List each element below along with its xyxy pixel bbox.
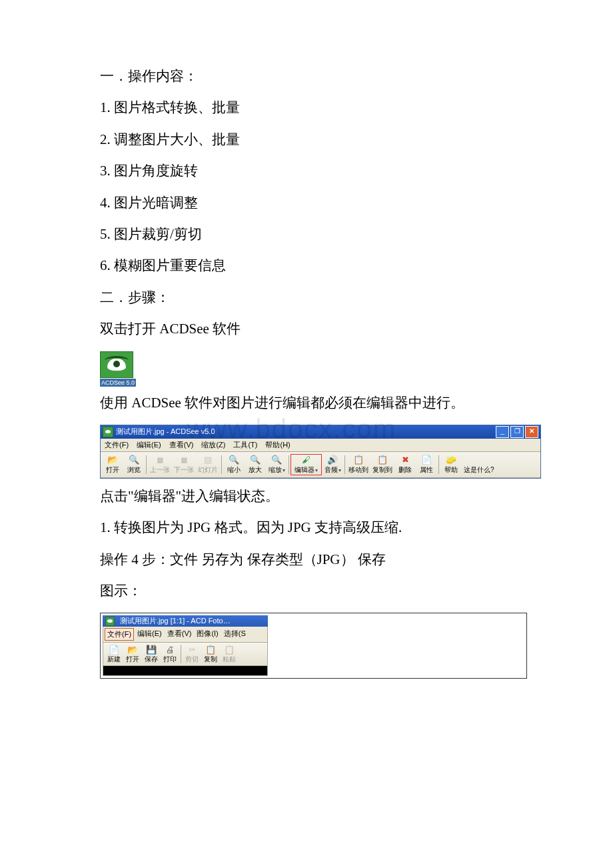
step-convert-jpg: 1. 转换图片为 JPG 格式。因为 JPG 支持高级压缩. xyxy=(100,518,523,537)
zoom-button[interactable]: 🔍缩放▾ xyxy=(266,455,287,475)
toolbar-separator xyxy=(438,455,439,474)
open-button-icon: 📂 xyxy=(127,644,138,655)
menu-item[interactable]: 编辑(E) xyxy=(135,440,163,450)
toolbar-label: 浏览 xyxy=(127,465,141,475)
prev-button-icon: ◼ xyxy=(155,455,165,465)
move-to-button[interactable]: 📋移动到 xyxy=(346,455,370,475)
document-page: 一．操作内容： 1. 图片格式转换、批量 2. 调整图片大小、批量 3. 图片角… xyxy=(0,0,613,725)
list-item-1: 1. 图片格式转换、批量 xyxy=(100,98,523,117)
step-editor-text: 使用 ACDSee 软件对图片进行编辑都必须在编辑器中进行。 xyxy=(100,393,523,413)
browse-button[interactable]: 🔍浏览 xyxy=(123,455,145,475)
print-button[interactable]: 🖨打印 xyxy=(161,644,179,664)
audio-button-icon: 🔊 xyxy=(327,455,338,465)
next-button: ◼下一张 xyxy=(172,455,196,475)
copy-button[interactable]: 📋复制 xyxy=(201,644,220,664)
editor-titlebar: 测试用图片.jpg [1:1] - ACD Foto… xyxy=(103,615,268,627)
viewer-title: 测试用图片.jpg - ACDSee v5.0 xyxy=(116,427,496,437)
zoom-out-button[interactable]: 🔍缩小 xyxy=(223,455,245,475)
audio-button[interactable]: 🔊音频▾ xyxy=(322,455,343,475)
toolbar-label: 放大 xyxy=(249,465,262,475)
toolbar-separator xyxy=(344,455,345,474)
toolbar-label: 幻灯片 xyxy=(198,465,218,475)
menu-item[interactable]: 工具(T) xyxy=(232,440,259,450)
move-to-button-icon: 📋 xyxy=(353,455,364,465)
menu-item[interactable]: 选择(S xyxy=(222,628,248,641)
new-button[interactable]: 📄新建 xyxy=(105,644,123,664)
save-button-icon: 💾 xyxy=(146,644,157,655)
copy-button-icon: 📋 xyxy=(205,644,216,655)
editor-title-text: 测试用图片.jpg [1:1] - ACD Foto… xyxy=(120,616,231,626)
step-click-editor: 点击"编辑器"进入编辑状态。 xyxy=(100,487,523,506)
acdsee-editor-window: 测试用图片.jpg [1:1] - ACD Foto… 文件(F)编辑(E)查看… xyxy=(103,615,268,676)
acdsee-icon-label: ACDSee 5.0 xyxy=(100,379,136,387)
toolbar-label: 移动到 xyxy=(348,465,368,475)
copy-to-button[interactable]: 📋复制到 xyxy=(370,455,394,475)
app-icon xyxy=(105,617,115,626)
help-button-icon: 🧽 xyxy=(446,455,456,465)
zoom-out-button-icon: 🔍 xyxy=(229,455,239,465)
editor-button[interactable]: 🖌编辑器▾ xyxy=(293,455,320,475)
menu-item[interactable]: 文件(F) xyxy=(103,440,130,450)
whats-this-button[interactable]: 这是什么? xyxy=(462,455,496,475)
list-item-3: 3. 图片角度旋转 xyxy=(100,161,523,181)
editor-menubar: 文件(F)编辑(E)查看(V)图像(I)选择(S xyxy=(103,627,268,643)
app-icon xyxy=(103,427,113,437)
menu-item[interactable]: 文件(F) xyxy=(105,628,134,641)
toolbar-separator xyxy=(221,455,222,474)
zoom-in-button-icon: 🔍 xyxy=(250,455,261,465)
menu-item[interactable]: 缩放(Z) xyxy=(200,440,227,450)
prev-button: ◼上一张 xyxy=(148,455,172,475)
properties-button[interactable]: 📄属性 xyxy=(416,455,437,475)
maximize-button[interactable]: ❐ xyxy=(510,426,524,438)
delete-button[interactable]: ✖删除 xyxy=(394,455,416,475)
toolbar-label: 帮助 xyxy=(444,465,458,475)
heading-steps: 二．步骤： xyxy=(100,288,523,307)
help-button[interactable]: 🧽帮助 xyxy=(440,455,462,475)
print-button-icon: 🖨 xyxy=(165,644,175,655)
menu-item[interactable]: 查看(V) xyxy=(168,440,195,450)
toolbar-label: 打印 xyxy=(163,655,177,664)
open-button[interactable]: 📂打开 xyxy=(102,455,123,475)
zoom-in-button[interactable]: 🔍放大 xyxy=(245,455,266,475)
menu-item[interactable]: 帮助(H) xyxy=(264,440,291,450)
viewer-menubar: 文件(F)编辑(E)查看(V)缩放(Z)工具(T)帮助(H) xyxy=(101,439,540,452)
acdsee-viewer-window: 测试用图片.jpg - ACDSee v5.0 _ ❐ ✕ 文件(F)编辑(E)… xyxy=(100,425,541,479)
menu-item[interactable]: 查看(V) xyxy=(165,628,194,641)
heading-operations: 一．操作内容： xyxy=(100,67,523,86)
toolbar-label: 新建 xyxy=(107,655,121,664)
toolbar-label: 缩小 xyxy=(227,465,241,475)
toolbar-label: 属性 xyxy=(420,465,433,475)
viewer-titlebar: 测试用图片.jpg - ACDSee v5.0 _ ❐ ✕ xyxy=(101,425,540,439)
step-open-text: 双击打开 ACDSee 软件 xyxy=(100,319,523,339)
open-button[interactable]: 📂打开 xyxy=(123,644,142,664)
cut-button-icon: ✂ xyxy=(187,644,197,655)
toolbar-separator xyxy=(181,645,181,663)
toolbar-label: 剪切 xyxy=(185,655,199,664)
paste-button-icon: 📋 xyxy=(224,644,235,655)
toolbar-separator xyxy=(289,455,289,474)
toolbar-label: 音频▾ xyxy=(324,465,341,475)
list-item-5: 5. 图片裁剪/剪切 xyxy=(100,225,523,244)
step-4-steps: 操作 4 步：文件 另存为 保存类型（JPG） 保存 xyxy=(100,550,523,569)
toolbar-label: 删除 xyxy=(398,465,412,475)
paste-button: 📋粘贴 xyxy=(220,644,239,664)
editor-button-icon: 🖌 xyxy=(301,455,312,465)
toolbar-label: 复制到 xyxy=(372,465,392,475)
menu-item[interactable]: 图像(I) xyxy=(195,628,220,641)
list-item-6: 6. 模糊图片重要信息 xyxy=(100,256,523,275)
slideshow-button-icon: ▧ xyxy=(203,455,213,465)
toolbar-label: 打开 xyxy=(126,655,139,664)
toolbar-label: 上一张 xyxy=(150,465,170,475)
copy-to-button-icon: 📋 xyxy=(377,455,388,465)
toolbar-label: 复制 xyxy=(204,655,217,664)
minimize-button[interactable]: _ xyxy=(496,426,509,438)
properties-button-icon: 📄 xyxy=(421,455,432,465)
save-button[interactable]: 💾保存 xyxy=(142,644,161,664)
acdsee-icon xyxy=(100,351,133,378)
zoom-button-icon: 🔍 xyxy=(271,455,282,465)
toolbar-label: 缩放▾ xyxy=(269,465,285,475)
close-button[interactable]: ✕ xyxy=(525,426,538,438)
toolbar-label: 打开 xyxy=(106,465,119,475)
slideshow-button: ▧幻灯片 xyxy=(196,455,220,475)
menu-item[interactable]: 编辑(E) xyxy=(135,628,164,641)
